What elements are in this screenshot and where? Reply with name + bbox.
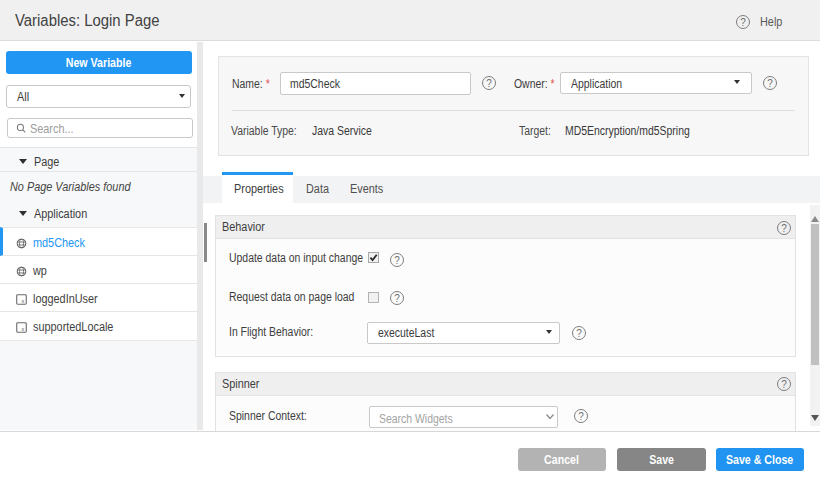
svg-text:x: x (22, 326, 25, 332)
svg-text:x: x (22, 298, 25, 304)
